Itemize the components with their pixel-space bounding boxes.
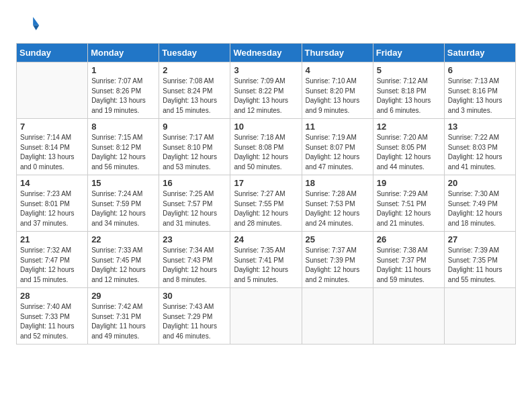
day-number: 27 bbox=[448, 234, 512, 244]
calendar-cell: 1Sunrise: 7:07 AMSunset: 8:26 PMDaylight… bbox=[88, 62, 159, 119]
day-info: Sunrise: 7:13 AMSunset: 8:16 PMDaylight:… bbox=[448, 77, 512, 116]
calendar-cell: 18Sunrise: 7:28 AMSunset: 7:53 PMDayligh… bbox=[302, 175, 373, 232]
day-number: 25 bbox=[306, 234, 369, 244]
day-info: Sunrise: 7:14 AMSunset: 8:14 PMDaylight:… bbox=[20, 133, 84, 172]
calendar-cell bbox=[302, 288, 373, 345]
day-number: 20 bbox=[448, 178, 512, 188]
day-info: Sunrise: 7:29 AMSunset: 7:51 PMDaylight:… bbox=[377, 189, 441, 228]
calendar-cell: 8Sunrise: 7:15 AMSunset: 8:12 PMDaylight… bbox=[88, 119, 159, 175]
calendar-cell: 30Sunrise: 7:43 AMSunset: 7:29 PMDayligh… bbox=[159, 288, 230, 345]
calendar-cell: 2Sunrise: 7:08 AMSunset: 8:24 PMDaylight… bbox=[159, 62, 230, 119]
calendar-cell: 24Sunrise: 7:35 AMSunset: 7:41 PMDayligh… bbox=[230, 232, 302, 288]
day-info: Sunrise: 7:24 AMSunset: 7:59 PMDaylight:… bbox=[91, 189, 155, 228]
logo-icon bbox=[16, 12, 40, 36]
day-number: 4 bbox=[306, 65, 369, 75]
calendar-cell: 17Sunrise: 7:27 AMSunset: 7:55 PMDayligh… bbox=[230, 175, 302, 232]
day-info: Sunrise: 7:32 AMSunset: 7:47 PMDaylight:… bbox=[20, 246, 84, 285]
header-day: Monday bbox=[88, 44, 159, 62]
header-day: Friday bbox=[373, 44, 444, 62]
header-day: Saturday bbox=[444, 44, 515, 62]
calendar-cell: 15Sunrise: 7:24 AMSunset: 7:59 PMDayligh… bbox=[88, 175, 159, 232]
calendar-cell: 3Sunrise: 7:09 AMSunset: 8:22 PMDaylight… bbox=[230, 62, 302, 119]
day-number: 26 bbox=[377, 234, 441, 244]
day-info: Sunrise: 7:40 AMSunset: 7:33 PMDaylight:… bbox=[20, 302, 84, 341]
page: SundayMondayTuesdayWednesdayThursdayFrid… bbox=[0, 0, 532, 411]
day-info: Sunrise: 7:10 AMSunset: 8:20 PMDaylight:… bbox=[306, 77, 369, 116]
day-info: Sunrise: 7:08 AMSunset: 8:24 PMDaylight:… bbox=[163, 77, 226, 116]
day-info: Sunrise: 7:17 AMSunset: 8:10 PMDaylight:… bbox=[163, 133, 226, 172]
day-info: Sunrise: 7:37 AMSunset: 7:39 PMDaylight:… bbox=[306, 246, 369, 285]
day-number: 17 bbox=[234, 178, 298, 188]
calendar-cell: 19Sunrise: 7:29 AMSunset: 7:51 PMDayligh… bbox=[373, 175, 444, 232]
day-number: 28 bbox=[20, 291, 84, 301]
day-info: Sunrise: 7:30 AMSunset: 7:49 PMDaylight:… bbox=[448, 189, 512, 228]
calendar-cell: 5Sunrise: 7:12 AMSunset: 8:18 PMDaylight… bbox=[373, 62, 444, 119]
calendar-cell: 23Sunrise: 7:34 AMSunset: 7:43 PMDayligh… bbox=[159, 232, 230, 288]
svg-marker-0 bbox=[33, 17, 39, 26]
calendar-cell: 27Sunrise: 7:39 AMSunset: 7:35 PMDayligh… bbox=[444, 232, 515, 288]
header-day: Tuesday bbox=[159, 44, 230, 62]
header bbox=[16, 12, 516, 36]
calendar-cell: 29Sunrise: 7:42 AMSunset: 7:31 PMDayligh… bbox=[88, 288, 159, 345]
calendar-cell: 7Sunrise: 7:14 AMSunset: 8:14 PMDaylight… bbox=[17, 119, 88, 175]
calendar-cell: 21Sunrise: 7:32 AMSunset: 7:47 PMDayligh… bbox=[17, 232, 88, 288]
day-number: 1 bbox=[91, 65, 155, 75]
day-number: 7 bbox=[20, 122, 84, 132]
calendar-cell: 14Sunrise: 7:23 AMSunset: 8:01 PMDayligh… bbox=[17, 175, 88, 232]
calendar-week-row: 7Sunrise: 7:14 AMSunset: 8:14 PMDaylight… bbox=[17, 119, 516, 175]
day-info: Sunrise: 7:35 AMSunset: 7:41 PMDaylight:… bbox=[234, 246, 298, 285]
calendar-cell: 13Sunrise: 7:22 AMSunset: 8:03 PMDayligh… bbox=[444, 119, 515, 175]
day-number: 22 bbox=[91, 234, 155, 244]
day-number: 13 bbox=[448, 122, 512, 132]
day-info: Sunrise: 7:18 AMSunset: 8:08 PMDaylight:… bbox=[234, 133, 298, 172]
calendar-week-row: 28Sunrise: 7:40 AMSunset: 7:33 PMDayligh… bbox=[17, 288, 516, 345]
calendar-body: 1Sunrise: 7:07 AMSunset: 8:26 PMDaylight… bbox=[17, 62, 516, 345]
day-number: 8 bbox=[91, 122, 155, 132]
calendar-cell: 25Sunrise: 7:37 AMSunset: 7:39 PMDayligh… bbox=[302, 232, 373, 288]
day-info: Sunrise: 7:09 AMSunset: 8:22 PMDaylight:… bbox=[234, 77, 298, 116]
day-number: 15 bbox=[91, 178, 155, 188]
day-number: 6 bbox=[448, 65, 512, 75]
day-number: 3 bbox=[234, 65, 298, 75]
day-number: 14 bbox=[20, 178, 84, 188]
day-number: 29 bbox=[91, 291, 155, 301]
calendar-table: SundayMondayTuesdayWednesdayThursdayFrid… bbox=[16, 43, 516, 345]
calendar-cell: 9Sunrise: 7:17 AMSunset: 8:10 PMDaylight… bbox=[159, 119, 230, 175]
calendar-cell: 11Sunrise: 7:19 AMSunset: 8:07 PMDayligh… bbox=[302, 119, 373, 175]
day-number: 5 bbox=[377, 65, 441, 75]
calendar-week-row: 1Sunrise: 7:07 AMSunset: 8:26 PMDaylight… bbox=[17, 62, 516, 119]
day-number: 24 bbox=[234, 234, 298, 244]
day-info: Sunrise: 7:38 AMSunset: 7:37 PMDaylight:… bbox=[377, 246, 441, 285]
day-info: Sunrise: 7:43 AMSunset: 7:29 PMDaylight:… bbox=[163, 302, 226, 341]
day-info: Sunrise: 7:27 AMSunset: 7:55 PMDaylight:… bbox=[234, 189, 298, 228]
calendar-cell: 22Sunrise: 7:33 AMSunset: 7:45 PMDayligh… bbox=[88, 232, 159, 288]
day-number: 30 bbox=[163, 291, 226, 301]
calendar-cell bbox=[17, 62, 88, 119]
day-info: Sunrise: 7:28 AMSunset: 7:53 PMDaylight:… bbox=[306, 189, 369, 228]
day-info: Sunrise: 7:25 AMSunset: 7:57 PMDaylight:… bbox=[163, 189, 226, 228]
calendar-cell bbox=[230, 288, 302, 345]
day-number: 19 bbox=[377, 178, 441, 188]
header-day: Wednesday bbox=[230, 44, 302, 62]
day-info: Sunrise: 7:15 AMSunset: 8:12 PMDaylight:… bbox=[91, 133, 155, 172]
day-info: Sunrise: 7:12 AMSunset: 8:18 PMDaylight:… bbox=[377, 77, 441, 116]
calendar-cell bbox=[373, 288, 444, 345]
day-number: 23 bbox=[163, 234, 226, 244]
day-info: Sunrise: 7:20 AMSunset: 8:05 PMDaylight:… bbox=[377, 133, 441, 172]
header-row: SundayMondayTuesdayWednesdayThursdayFrid… bbox=[17, 44, 516, 62]
day-info: Sunrise: 7:42 AMSunset: 7:31 PMDaylight:… bbox=[91, 302, 155, 341]
calendar-cell: 4Sunrise: 7:10 AMSunset: 8:20 PMDaylight… bbox=[302, 62, 373, 119]
header-day: Thursday bbox=[302, 44, 373, 62]
calendar-cell: 16Sunrise: 7:25 AMSunset: 7:57 PMDayligh… bbox=[159, 175, 230, 232]
day-info: Sunrise: 7:23 AMSunset: 8:01 PMDaylight:… bbox=[20, 189, 84, 228]
calendar-cell: 20Sunrise: 7:30 AMSunset: 7:49 PMDayligh… bbox=[444, 175, 515, 232]
day-number: 16 bbox=[163, 178, 226, 188]
calendar-week-row: 14Sunrise: 7:23 AMSunset: 8:01 PMDayligh… bbox=[17, 175, 516, 232]
day-info: Sunrise: 7:19 AMSunset: 8:07 PMDaylight:… bbox=[306, 133, 369, 172]
day-info: Sunrise: 7:33 AMSunset: 7:45 PMDaylight:… bbox=[91, 246, 155, 285]
day-number: 9 bbox=[163, 122, 226, 132]
day-number: 18 bbox=[306, 178, 369, 188]
logo bbox=[16, 12, 43, 36]
day-number: 11 bbox=[306, 122, 369, 132]
day-number: 2 bbox=[163, 65, 226, 75]
